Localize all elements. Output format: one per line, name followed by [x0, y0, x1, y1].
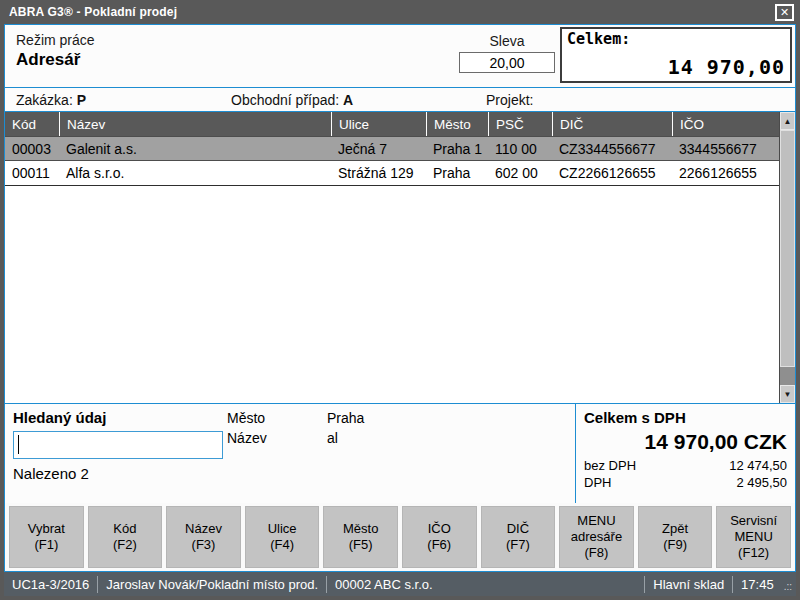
status-user-station: Jaroslav Novák/Pokladní místo prod.	[98, 577, 326, 592]
total-with-vat: 14 970,00 CZK	[584, 430, 787, 454]
button-label: IČO	[428, 521, 451, 537]
cell-mesto: Praha 1	[426, 137, 488, 160]
total-without-vat-value: 12 474,50	[729, 458, 787, 473]
text-caret	[18, 435, 19, 454]
totals-title: Celkem s DPH	[584, 409, 787, 426]
name-f3-button[interactable]: Název (F3)	[166, 506, 241, 568]
cell-ulice: Ječná 7	[331, 137, 426, 160]
col-header-dic[interactable]: DIČ	[552, 112, 672, 136]
col-header-ulice[interactable]: Ulice	[331, 112, 426, 136]
filter-row: Město Praha	[227, 408, 364, 428]
status-clock: 17:45	[733, 577, 782, 592]
cell-psc: 602 00	[488, 161, 552, 185]
search-input[interactable]	[13, 431, 223, 459]
scrollbar-thumb[interactable]	[780, 130, 795, 367]
status-warehouse: Hlavní sklad	[645, 577, 732, 592]
filter-field: Název	[227, 428, 327, 448]
work-mode-label: Režim práce	[16, 32, 95, 48]
button-fkey: (F6)	[427, 537, 451, 553]
work-mode-value: Adresář	[16, 50, 95, 70]
button-label: Město	[343, 521, 378, 537]
titlebar: ABRA G3® - Pokladní prodej ✕	[0, 0, 800, 24]
business-case-value: A	[343, 92, 353, 108]
status-document-number: UC1a-3/2016	[4, 577, 97, 592]
total-display-value: 14 970,00	[567, 55, 785, 79]
scroll-up-icon: ▲	[784, 117, 792, 126]
context-row: Zakázka: P Obchodní případ: A Projekt:	[5, 88, 795, 112]
button-label: Název	[185, 521, 222, 537]
service-menu-f12-button[interactable]: Servisní MENU (F12)	[716, 506, 791, 568]
window-title: ABRA G3® - Pokladní prodej	[9, 5, 177, 19]
col-header-ico[interactable]: IČO	[672, 112, 779, 136]
address-menu-f8-button[interactable]: MENU adresáře (F8)	[559, 506, 634, 568]
button-fkey: (F3)	[192, 537, 216, 553]
scroll-up-button[interactable]: ▲	[780, 112, 795, 130]
work-mode: Režim práce Adresář	[16, 29, 95, 70]
vat-label: DPH	[584, 475, 611, 490]
cell-psc: 110 00	[488, 137, 552, 160]
cell-dic: CZ3344556677	[552, 137, 672, 160]
button-label: Ulice	[268, 521, 297, 537]
button-label: Zpět	[662, 521, 688, 537]
button-label: MENU adresáře	[560, 513, 633, 546]
active-filters: Město Praha Název al	[227, 408, 364, 448]
street-f4-button[interactable]: Ulice (F4)	[245, 506, 320, 568]
discount-block: Sleva 20,00	[459, 33, 555, 73]
cell-ulice: Strážná 129	[331, 161, 426, 185]
button-fkey: (F2)	[113, 537, 137, 553]
table-row[interactable]: 00003 Galenit a.s. Ječná 7 Praha 1 110 0…	[5, 136, 779, 161]
main-content: Režim práce Adresář Sleva 20,00 Celkem: …	[4, 24, 796, 572]
code-f2-button[interactable]: Kód (F2)	[88, 506, 163, 568]
col-header-psc[interactable]: PSČ	[488, 112, 552, 136]
filter-value: al	[327, 428, 338, 448]
window-frame-bottom	[0, 596, 800, 600]
total-display-label: Celkem:	[567, 30, 785, 48]
col-header-mesto[interactable]: Město	[426, 112, 488, 136]
col-header-nazev[interactable]: Název	[59, 112, 331, 136]
dic-f7-button[interactable]: DIČ (F7)	[481, 506, 556, 568]
table-row[interactable]: 00011 Alfa s.r.o. Strážná 129 Praha 602 …	[5, 161, 779, 186]
address-table: Kód Název Ulice Město PSČ DIČ IČO 00003 …	[5, 112, 780, 403]
search-panel: Hledaný údaj Nalezeno 2 Město Praha Náze…	[5, 404, 575, 503]
back-f9-button[interactable]: Zpět (F9)	[638, 506, 713, 568]
vat-value: 2 495,50	[736, 475, 787, 490]
business-case-label: Obchodní případ:	[231, 92, 339, 108]
cell-kod: 00011	[5, 161, 59, 185]
discount-label: Sleva	[459, 33, 555, 49]
close-icon: ✕	[780, 7, 789, 18]
filter-row: Název al	[227, 428, 364, 448]
scroll-down-button[interactable]: ▼	[780, 385, 795, 403]
cell-kod: 00003	[5, 137, 59, 160]
cell-nazev: Alfa s.r.o.	[59, 161, 331, 185]
vat-row: DPH 2 495,50	[584, 475, 787, 490]
search-results-count: Nalezeno 2	[13, 465, 575, 482]
status-company: 00002 ABC s.r.o.	[327, 577, 441, 592]
resize-grip-icon[interactable]: .::	[782, 577, 796, 592]
city-f5-button[interactable]: Město (F5)	[323, 506, 398, 568]
app-window: ABRA G3® - Pokladní prodej ✕ Režim práce…	[0, 0, 800, 600]
button-fkey: (F8)	[585, 545, 609, 561]
button-label: Kód	[113, 521, 136, 537]
top-panel: Režim práce Adresář Sleva 20,00 Celkem: …	[5, 25, 795, 88]
col-header-kod[interactable]: Kód	[5, 112, 59, 136]
close-button[interactable]: ✕	[775, 4, 794, 21]
button-fkey: (F4)	[270, 537, 294, 553]
button-fkey: (F7)	[506, 537, 530, 553]
filter-field: Město	[227, 408, 327, 428]
button-fkey: (F12)	[738, 545, 769, 561]
button-fkey: (F9)	[663, 537, 687, 553]
select-f1-button[interactable]: Vybrat (F1)	[9, 506, 84, 568]
button-label: Vybrat	[28, 521, 65, 537]
vertical-scrollbar[interactable]: ▲ ▼	[780, 112, 795, 403]
function-key-bar: Vybrat (F1) Kód (F2) Název (F3) Ulice (F…	[5, 503, 795, 571]
bottom-zone: Hledaný údaj Nalezeno 2 Město Praha Náze…	[5, 403, 795, 503]
cell-nazev: Galenit a.s.	[59, 137, 331, 160]
cell-dic: CZ2266126655	[552, 161, 672, 185]
cell-mesto: Praha	[426, 161, 488, 185]
ico-f6-button[interactable]: IČO (F6)	[402, 506, 477, 568]
filter-value: Praha	[327, 408, 364, 428]
scrollbar-track[interactable]	[780, 367, 795, 385]
order-label: Zakázka:	[16, 92, 73, 108]
discount-value-field[interactable]: 20,00	[459, 52, 555, 73]
cell-ico: 3344556677	[672, 137, 779, 160]
